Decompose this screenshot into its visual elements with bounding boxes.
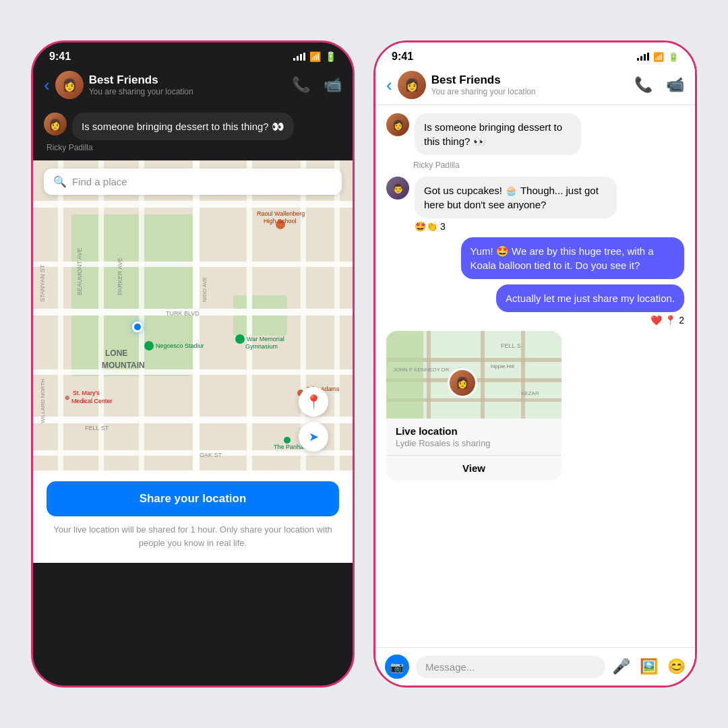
svg-rect-50 bbox=[386, 331, 423, 419]
chat-title-left: Best Friends You are sharing your locati… bbox=[89, 73, 286, 96]
video-icon-right[interactable]: 📹 bbox=[666, 76, 684, 94]
svg-text:KEZAR: KEZAR bbox=[521, 390, 539, 396]
message-item-left: 👩 Is someone bringing dessert to this th… bbox=[44, 113, 342, 140]
live-location-map: FELL S JOHN F KENNEDY DR hippie Hill KEZ… bbox=[386, 331, 562, 419]
live-location-card: FELL S JOHN F KENNEDY DR hippie Hill KEZ… bbox=[386, 331, 562, 481]
sender-avatar-left: 👩 bbox=[44, 113, 67, 135]
svg-point-28 bbox=[235, 334, 245, 344]
svg-rect-13 bbox=[247, 160, 252, 471]
live-location-info: Live location Lydie Rosales is sharing bbox=[386, 419, 562, 448]
search-placeholder-map: Find a place bbox=[72, 176, 127, 187]
svg-rect-15 bbox=[334, 160, 340, 471]
avatar-right: 👩 bbox=[398, 71, 426, 99]
left-phone: 9:41 📶 🔋 ‹ 👩 Best Friends You are shar bbox=[31, 40, 355, 688]
msg-area-dark: 👩 Is someone bringing dessert to this th… bbox=[33, 104, 353, 160]
msg-1: 👩 Is someone bringing dessert to this th… bbox=[386, 113, 684, 155]
bubble-msg-1: Is someone bringing dessert to this thin… bbox=[415, 113, 581, 155]
svg-rect-1 bbox=[71, 214, 193, 376]
microphone-icon[interactable]: 🎤 bbox=[612, 658, 630, 675]
svg-text:Negoesco Stadiur: Negoesco Stadiur bbox=[156, 342, 204, 349]
location-pin-button[interactable]: 📍 bbox=[299, 387, 328, 417]
battery-icon-right: 🔋 bbox=[668, 52, 679, 62]
svg-text:NIDO AVE: NIDO AVE bbox=[202, 277, 208, 302]
video-icon-left[interactable]: 📹 bbox=[324, 76, 342, 94]
share-disclaimer: Your live location will be shared for 1 … bbox=[47, 523, 339, 549]
header-icons-left: 📞 📹 bbox=[292, 76, 342, 94]
reaction-msg-4: ❤️ 📍 2 bbox=[650, 315, 684, 326]
compass-button[interactable]: ➤ bbox=[299, 422, 328, 452]
svg-text:PARKER AVE: PARKER AVE bbox=[117, 257, 123, 295]
time-right: 9:41 bbox=[392, 51, 413, 63]
map-area-left: STANYAN ST BEAUMONT AVE PARKER AVE NIDO … bbox=[33, 160, 353, 471]
back-button-right[interactable]: ‹ bbox=[386, 75, 392, 96]
svg-rect-47 bbox=[427, 331, 431, 419]
msg-3: Yum! 🤩 We are by this huge tree, with a … bbox=[386, 237, 684, 279]
group-name-left: Best Friends bbox=[89, 73, 286, 87]
status-bar-right: 9:41 📶 🔋 bbox=[375, 42, 695, 65]
svg-text:Medical Center: Medical Center bbox=[71, 398, 113, 404]
msg-4: Actually let me just share my location. … bbox=[386, 284, 684, 326]
sticker-icon[interactable]: 😊 bbox=[667, 658, 686, 675]
map-search-bar[interactable]: 🔍 Find a place bbox=[44, 169, 342, 195]
svg-text:WILLARD NORTH: WILLARD NORTH bbox=[40, 379, 46, 423]
live-location-user-avatar: 👩 bbox=[448, 368, 477, 398]
svg-rect-48 bbox=[481, 331, 485, 419]
svg-text:JOHN F KENNEDY DR: JOHN F KENNEDY DR bbox=[393, 367, 450, 373]
svg-text:LONE: LONE bbox=[105, 348, 127, 358]
svg-text:High School: High School bbox=[264, 218, 297, 224]
group-name-right: Best Friends bbox=[431, 73, 629, 87]
camera-button[interactable]: 📷 bbox=[385, 655, 409, 679]
svg-text:BEAUMONT AVE: BEAUMONT AVE bbox=[76, 248, 83, 295]
svg-text:STANYAN ST: STANYAN ST bbox=[39, 264, 46, 302]
svg-text:FELL S: FELL S bbox=[501, 342, 521, 349]
reaction-msg-2: 🤩👏 3 bbox=[415, 221, 684, 232]
battery-icon-left: 🔋 bbox=[325, 51, 336, 62]
messages-area-right: 👩 Is someone bringing dessert to this th… bbox=[375, 105, 695, 647]
input-bar-right: 📷 Message... 🎤 🖼️ 😊 bbox=[375, 647, 695, 686]
wifi-icon-left: 📶 bbox=[309, 51, 321, 62]
svg-text:Gymnasium: Gymnasium bbox=[245, 343, 278, 350]
status-bar-left: 9:41 📶 🔋 bbox=[33, 42, 353, 65]
view-location-button[interactable]: View bbox=[386, 455, 562, 481]
bubble-msg-2: Got us cupcakes! 🧁 Though... just got he… bbox=[415, 177, 617, 218]
svg-rect-10 bbox=[98, 160, 104, 471]
sharing-status-left: You are sharing your location bbox=[89, 87, 286, 96]
message-input[interactable]: Message... bbox=[416, 656, 605, 678]
sender-name-msg-1: Ricky Padilla bbox=[413, 160, 684, 170]
share-location-button[interactable]: Share your location bbox=[47, 481, 339, 516]
phone-icon-right[interactable]: 📞 bbox=[634, 76, 653, 94]
search-icon-map: 🔍 bbox=[53, 175, 67, 188]
svg-rect-49 bbox=[521, 331, 525, 419]
svg-point-26 bbox=[144, 341, 154, 351]
svg-text:St. Mary's: St. Mary's bbox=[73, 390, 100, 396]
svg-rect-11 bbox=[139, 160, 144, 471]
chat-header-right: ‹ 👩 Best Friends You are sharing your lo… bbox=[375, 65, 695, 105]
sharing-status-right: You are sharing your location bbox=[431, 87, 629, 96]
phone-icon-left[interactable]: 📞 bbox=[292, 76, 310, 94]
svg-text:TURK BLVD: TURK BLVD bbox=[166, 310, 200, 317]
svg-text:hippie Hill: hippie Hill bbox=[491, 363, 514, 369]
svg-text:OAK ST: OAK ST bbox=[200, 452, 222, 458]
signal-icon-right bbox=[637, 53, 649, 61]
svg-text:MOUNTAIN: MOUNTAIN bbox=[102, 361, 145, 370]
live-location-subtitle: Lydie Rosales is sharing bbox=[396, 438, 552, 448]
photo-icon[interactable]: 🖼️ bbox=[640, 658, 658, 675]
svg-text:Raoul Wallenberg: Raoul Wallenberg bbox=[257, 210, 305, 217]
header-icons-right: 📞 📹 bbox=[634, 76, 684, 94]
wifi-icon-right: 📶 bbox=[653, 52, 664, 62]
back-button-left[interactable]: ‹ bbox=[44, 75, 50, 96]
svg-text:⊕: ⊕ bbox=[65, 394, 70, 401]
chat-header-left: ‹ 👩 Best Friends You are sharing your lo… bbox=[33, 65, 353, 104]
bubble-msg-4: Actually let me just share my location. bbox=[496, 284, 684, 312]
live-location-title: Live location bbox=[396, 425, 552, 437]
avatar-left: 👩 bbox=[55, 71, 84, 99]
svg-rect-9 bbox=[58, 160, 63, 471]
avatar-msg-2: 👨 bbox=[386, 177, 409, 200]
sender-name-left: Ricky Padilla bbox=[47, 143, 342, 152]
share-bottom-area: Share your location Your live location w… bbox=[33, 471, 353, 563]
signal-icon-left bbox=[293, 53, 305, 61]
bubble-msg-3: Yum! 🤩 We are by this huge tree, with a … bbox=[461, 237, 685, 279]
right-phone: 9:41 📶 🔋 ‹ 👩 Best Friends You are shar bbox=[373, 40, 697, 688]
svg-text:FELL ST: FELL ST bbox=[85, 425, 109, 431]
time-left: 9:41 bbox=[49, 51, 71, 63]
